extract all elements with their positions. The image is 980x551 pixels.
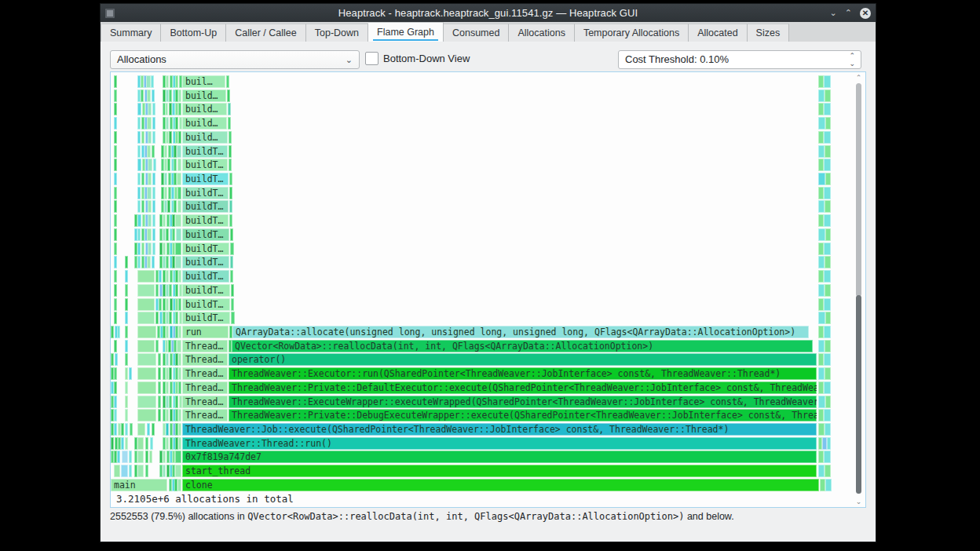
flame-frame[interactable]: [818, 423, 825, 436]
flame-frame[interactable]: [825, 396, 831, 408]
flame-frame[interactable]: [231, 284, 234, 297]
scrollbar-groove[interactable]: [856, 83, 861, 297]
flame-frame[interactable]: [818, 465, 825, 477]
spin-down-icon[interactable]: ⌄: [849, 60, 855, 68]
flame-frame[interactable]: [148, 159, 152, 171]
flame-frame[interactable]: [125, 298, 128, 311]
flame-frame[interactable]: [152, 214, 155, 227]
flame-frame[interactable]: [114, 396, 117, 408]
flame-frame[interactable]: [166, 117, 169, 130]
flame-frame[interactable]: [137, 200, 141, 213]
flame-frame[interactable]: [141, 89, 144, 102]
flame-frame[interactable]: [159, 270, 162, 283]
tab-allocated[interactable]: Allocated: [689, 24, 747, 42]
flame-frame[interactable]: [125, 270, 128, 283]
flame-frame[interactable]: [141, 243, 144, 255]
flame-frame[interactable]: [229, 200, 232, 213]
flame-frame[interactable]: build…: [182, 131, 228, 144]
flame-frame[interactable]: [178, 381, 181, 394]
flame-frame[interactable]: [820, 479, 825, 491]
flame-frame[interactable]: [824, 381, 831, 394]
flame-frame[interactable]: [158, 353, 161, 366]
flame-frame[interactable]: [166, 256, 169, 268]
flame-frame[interactable]: [152, 187, 155, 199]
flame-frame[interactable]: [163, 243, 166, 255]
flame-frame[interactable]: [149, 451, 152, 463]
flame-frame[interactable]: [117, 326, 120, 338]
flame-frame[interactable]: [137, 256, 141, 268]
flame-frame[interactable]: [175, 284, 178, 297]
flame-frame[interactable]: [825, 117, 831, 130]
flame-frame[interactable]: [177, 200, 181, 213]
flame-frame[interactable]: [825, 465, 831, 477]
flame-frame[interactable]: [818, 340, 825, 352]
flame-frame[interactable]: [125, 409, 128, 421]
flame-frame[interactable]: run: [182, 326, 229, 338]
flame-frame[interactable]: [125, 340, 128, 352]
flame-frame[interactable]: [178, 367, 181, 380]
flame-frame[interactable]: [175, 75, 178, 88]
flame-frame[interactable]: [825, 228, 831, 241]
flame-frame[interactable]: [824, 270, 831, 283]
flame-frame[interactable]: [152, 89, 155, 102]
flame-frame[interactable]: [231, 298, 234, 311]
flame-frame[interactable]: [137, 103, 141, 115]
flame-frame[interactable]: [141, 200, 144, 213]
flame-frame[interactable]: ThreadWeaver::Job::execute(QSharedPointe…: [182, 423, 817, 436]
flame-frame[interactable]: [158, 396, 161, 408]
flame-frame[interactable]: [825, 256, 831, 268]
flame-frame[interactable]: [178, 131, 181, 144]
flame-frame[interactable]: [125, 396, 128, 408]
flame-frame[interactable]: [818, 145, 825, 158]
flame-frame[interactable]: [125, 381, 128, 394]
flame-frame[interactable]: [148, 131, 152, 144]
flame-frame[interactable]: [825, 173, 831, 185]
flame-frame[interactable]: [114, 75, 117, 88]
flame-frame[interactable]: [824, 326, 831, 338]
flame-frame[interactable]: [177, 159, 181, 171]
flame-frame[interactable]: [818, 284, 825, 297]
flame-frame[interactable]: [114, 465, 120, 477]
flame-frame[interactable]: [174, 159, 177, 171]
flame-frame[interactable]: [137, 159, 141, 171]
flame-frame[interactable]: [166, 270, 169, 283]
flame-frame[interactable]: [155, 312, 159, 324]
flame-frame[interactable]: [137, 228, 141, 241]
flame-frame[interactable]: [166, 381, 169, 394]
flame-frame[interactable]: [164, 187, 167, 199]
spin-up-icon[interactable]: ⌃: [849, 52, 855, 60]
flame-frame[interactable]: [125, 353, 128, 366]
flame-frame[interactable]: ThreadWeaver::Private::DebugExecuteWrapp…: [229, 409, 817, 421]
flame-frame[interactable]: [137, 465, 144, 477]
flame-frame[interactable]: clone: [182, 479, 819, 491]
tab-allocations[interactable]: Allocations: [509, 24, 574, 42]
flame-frame[interactable]: [145, 437, 148, 450]
flame-frame[interactable]: [125, 437, 128, 450]
flame-frame[interactable]: [151, 75, 154, 88]
flame-frame[interactable]: [137, 214, 141, 227]
flame-frame[interactable]: [166, 353, 169, 366]
flame-frame[interactable]: [153, 159, 156, 171]
flame-frame[interactable]: [141, 173, 144, 185]
flame-frame[interactable]: QArrayData::allocate(unsigned long, unsi…: [232, 326, 809, 338]
flame-frame[interactable]: [125, 423, 128, 436]
flame-frame[interactable]: [164, 173, 167, 185]
flame-frame[interactable]: [818, 159, 824, 171]
flame-frame[interactable]: [137, 326, 156, 338]
vertical-scrollbar[interactable]: ⌃ ⌄: [853, 73, 865, 506]
flame-frame[interactable]: [152, 200, 155, 213]
flame-frame[interactable]: Thread…: [182, 353, 228, 366]
flame-frame[interactable]: [129, 367, 132, 380]
flame-frame[interactable]: [114, 312, 117, 324]
flame-frame[interactable]: [163, 465, 166, 477]
flame-frame[interactable]: [169, 312, 172, 324]
flame-frame[interactable]: [178, 270, 181, 283]
flame-frame[interactable]: [824, 214, 831, 227]
flame-frame[interactable]: build…: [182, 103, 227, 115]
flame-frame[interactable]: [114, 381, 117, 394]
flame-frame[interactable]: [137, 117, 141, 130]
flame-frame[interactable]: [818, 243, 824, 255]
flame-frame[interactable]: [230, 256, 233, 268]
flame-frame[interactable]: [229, 187, 232, 199]
flame-frame[interactable]: [818, 75, 824, 88]
